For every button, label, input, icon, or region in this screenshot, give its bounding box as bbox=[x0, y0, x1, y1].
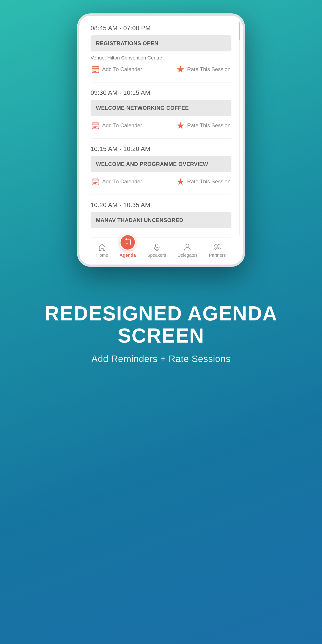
session-title-bar-4[interactable]: MANAV THADANI UNCENSORED bbox=[90, 212, 232, 228]
session-actions-2: Add To Calender Rate This Session bbox=[90, 122, 232, 130]
session-item-1: 08:45 AM - 07:00 PM REGISTRATIONS OPEN V… bbox=[90, 24, 232, 73]
svg-rect-27 bbox=[94, 182, 94, 183]
add-to-calendar-btn-1[interactable]: Add To Calender bbox=[92, 65, 142, 73]
svg-rect-23 bbox=[92, 179, 99, 181]
session-title-4: MANAV THADANI UNCENSORED bbox=[96, 217, 183, 223]
rate-session-btn-2[interactable]: Rate This Session bbox=[176, 122, 230, 130]
phone-inner: 08:45 AM - 07:00 PM REGISTRATIONS OPEN V… bbox=[80, 16, 242, 264]
svg-marker-32 bbox=[177, 178, 184, 185]
speakers-icon bbox=[153, 243, 161, 251]
nav-label-home: Home bbox=[96, 253, 108, 258]
svg-rect-18 bbox=[96, 126, 98, 126]
session-title-bar-2[interactable]: WELCOME NETWORKING COFFEE bbox=[90, 100, 232, 116]
svg-rect-39 bbox=[156, 244, 158, 248]
svg-rect-9 bbox=[95, 71, 96, 72]
rate-session-btn-3[interactable]: Rate This Session bbox=[176, 178, 230, 186]
add-to-calendar-label-3: Add To Calender bbox=[102, 178, 142, 185]
home-icon bbox=[98, 243, 106, 251]
svg-point-42 bbox=[186, 244, 189, 247]
star-icon-3 bbox=[176, 178, 184, 186]
svg-point-43 bbox=[215, 245, 217, 247]
svg-point-44 bbox=[218, 245, 220, 247]
bottom-nav: Home bbox=[90, 237, 232, 264]
session-time-4: 10:20 AM - 10:35 AM bbox=[90, 202, 232, 209]
partners-icon bbox=[213, 243, 222, 251]
svg-rect-12 bbox=[92, 123, 99, 125]
star-icon-2 bbox=[176, 122, 184, 130]
add-to-calendar-label-1: Add To Calender bbox=[102, 66, 142, 72]
star-icon-1 bbox=[176, 65, 184, 73]
svg-rect-29 bbox=[96, 182, 98, 183]
agenda-active-circle bbox=[120, 234, 136, 250]
scrollbar-track[interactable] bbox=[238, 20, 240, 236]
session-time-2: 09:30 AM - 10:15 AM bbox=[90, 89, 232, 96]
svg-rect-17 bbox=[95, 126, 96, 126]
bottom-text-section: REDESIGNED AGENDASCREEN Add Reminders + … bbox=[27, 289, 296, 364]
svg-rect-19 bbox=[94, 127, 94, 128]
divider-2 bbox=[90, 138, 232, 139]
svg-rect-20 bbox=[95, 127, 96, 128]
agenda-icon bbox=[124, 238, 132, 247]
calendar-icon-3 bbox=[92, 178, 100, 186]
session-time-1: 08:45 AM - 07:00 PM bbox=[90, 24, 232, 32]
session-title-2: WELCOME NETWORKING COFFEE bbox=[96, 105, 189, 111]
session-title-bar-1[interactable]: REGISTRATIONS OPEN bbox=[90, 35, 232, 52]
svg-rect-31 bbox=[95, 183, 96, 184]
session-title-1: REGISTRATIONS OPEN bbox=[96, 40, 158, 46]
session-time-3: 10:15 AM - 10:20 AM bbox=[90, 145, 232, 152]
calendar-icon-1 bbox=[92, 65, 100, 73]
nav-label-delegates: Delegates bbox=[177, 253, 198, 258]
nav-label-agenda: Agenda bbox=[120, 253, 136, 258]
divider-3 bbox=[90, 194, 232, 195]
svg-rect-16 bbox=[94, 126, 94, 126]
session-item-2: 09:30 AM - 10:15 AM WELCOME NETWORKING C… bbox=[90, 89, 232, 130]
redesign-subtitle: Add Reminders + Rate Sessions bbox=[45, 354, 278, 364]
add-to-calendar-label-2: Add To Calender bbox=[102, 122, 142, 128]
session-item-3: 10:15 AM - 10:20 AM WELCOME AND PROGRAMM… bbox=[90, 145, 232, 186]
calendar-icon-2 bbox=[92, 122, 100, 130]
rate-session-label-3: Rate This Session bbox=[187, 178, 230, 185]
rate-session-btn-1[interactable]: Rate This Session bbox=[176, 65, 230, 73]
rate-session-label-1: Rate This Session bbox=[187, 66, 230, 72]
svg-rect-30 bbox=[94, 183, 94, 184]
nav-item-home[interactable]: Home bbox=[94, 243, 110, 258]
page-container: 08:45 AM - 07:00 PM REGISTRATIONS OPEN V… bbox=[4, 14, 318, 364]
redesign-title: REDESIGNED AGENDASCREEN bbox=[45, 302, 278, 347]
phone-content: 08:45 AM - 07:00 PM REGISTRATIONS OPEN V… bbox=[80, 16, 242, 264]
svg-rect-1 bbox=[92, 67, 99, 69]
nav-label-partners: Partners bbox=[209, 253, 226, 258]
nav-item-delegates[interactable]: Delegates bbox=[175, 243, 200, 258]
divider-1 bbox=[90, 82, 232, 82]
svg-rect-28 bbox=[95, 182, 96, 183]
session-actions-1: Add To Calender Rate This Session bbox=[90, 65, 232, 73]
nav-item-speakers[interactable]: Speakers bbox=[145, 243, 168, 258]
nav-label-speakers: Speakers bbox=[147, 253, 166, 258]
session-title-bar-3[interactable]: WELCOME AND PROGRAMME OVERVIEW bbox=[90, 156, 232, 172]
session-title-3: WELCOME AND PROGRAMME OVERVIEW bbox=[96, 161, 208, 167]
phone-mockup: 08:45 AM - 07:00 PM REGISTRATIONS OPEN V… bbox=[77, 14, 245, 267]
scrollbar-thumb[interactable] bbox=[238, 22, 240, 40]
svg-rect-7 bbox=[96, 70, 98, 70]
session-item-4: 10:20 AM - 10:35 AM MANAV THADANI UNCENS… bbox=[90, 202, 232, 228]
session-actions-3: Add To Calender Rate This Session bbox=[90, 178, 232, 186]
add-to-calendar-btn-3[interactable]: Add To Calender bbox=[92, 178, 142, 186]
svg-marker-10 bbox=[177, 66, 184, 72]
session-venue-1: Venue: Hilton Convention Centre bbox=[90, 55, 232, 61]
svg-rect-5 bbox=[94, 70, 94, 70]
svg-marker-21 bbox=[177, 122, 184, 128]
rate-session-label-2: Rate This Session bbox=[187, 122, 230, 128]
nav-item-partners[interactable]: Partners bbox=[206, 243, 228, 258]
nav-item-agenda[interactable]: Agenda bbox=[117, 240, 138, 258]
delegates-icon bbox=[183, 243, 192, 251]
svg-rect-6 bbox=[95, 70, 96, 70]
add-to-calendar-btn-2[interactable]: Add To Calender bbox=[92, 122, 142, 130]
svg-rect-8 bbox=[94, 71, 94, 72]
